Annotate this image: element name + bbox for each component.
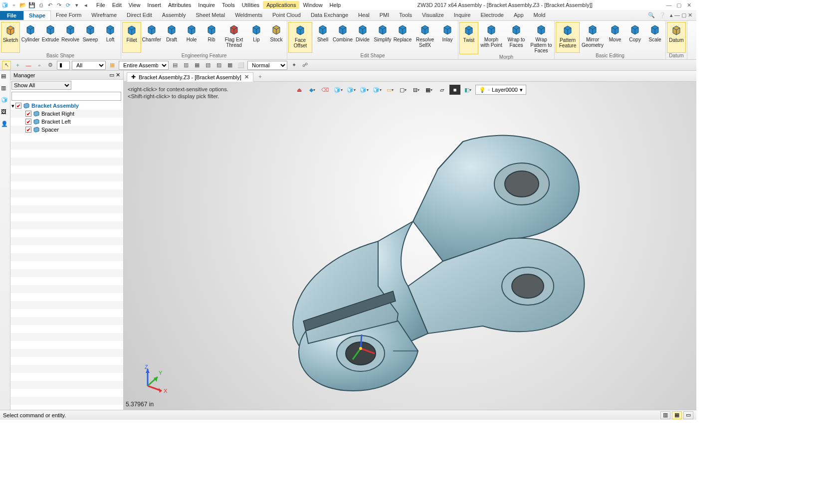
tree-item[interactable]: ✔Bracket Right <box>10 110 123 118</box>
save-icon[interactable]: 💾 <box>28 1 36 9</box>
assembly-icon[interactable]: ▦ <box>108 61 117 70</box>
fb-4[interactable]: ▧ <box>204 61 212 70</box>
mode-select[interactable]: Normal <box>247 61 287 70</box>
tool-sketch[interactable]: Sketch <box>1 22 20 53</box>
tool-shell[interactable]: Shell <box>313 22 332 53</box>
checkbox[interactable]: ✔ <box>25 127 31 133</box>
tool-morph-with-point[interactable]: Morph with Point <box>479 22 503 54</box>
status-btn-2[interactable]: ▦ <box>672 411 682 419</box>
bracket-model[interactable] <box>228 122 608 401</box>
filter1-select[interactable]: All <box>72 61 106 70</box>
checkbox[interactable]: ✔ <box>15 103 21 109</box>
vt-eraser-icon[interactable]: ⌫ <box>320 85 331 95</box>
tool-copy[interactable]: Copy <box>626 22 644 53</box>
help-icon[interactable]: ❔ <box>659 12 666 18</box>
ribbon-tab-assembly[interactable]: Assembly <box>157 10 191 20</box>
menu-file[interactable]: File <box>93 1 109 9</box>
vt-cube3-icon[interactable]: 🧊 <box>359 85 370 95</box>
vt-exit-icon[interactable]: ⏏ <box>294 85 305 95</box>
chevron-down-icon[interactable]: ▾ <box>73 1 81 9</box>
checkbox[interactable]: ✔ <box>25 119 31 125</box>
tool-wrap-pattern-to-faces[interactable]: Wrap Pattern to Faces <box>529 22 553 54</box>
tool-divide[interactable]: Divide <box>353 22 372 53</box>
vt-section-icon[interactable]: ◧ <box>462 85 473 95</box>
fb-2[interactable]: ▥ <box>182 61 191 70</box>
tool-cylinder[interactable]: Cylinder <box>21 22 40 53</box>
tool-replace[interactable]: Replace <box>393 22 412 53</box>
minimize-button[interactable]: — <box>665 2 672 8</box>
menu-edit[interactable]: Edit <box>109 1 125 9</box>
tool-loft[interactable]: Loft <box>101 22 120 53</box>
fb-3[interactable]: ▦ <box>193 61 202 70</box>
history-icon[interactable]: ▥ <box>1 85 9 93</box>
tool-rib[interactable]: Rib <box>202 22 221 53</box>
manager-filter-input[interactable] <box>11 92 121 101</box>
ribbon-tab-wireframe[interactable]: Wireframe <box>86 10 122 20</box>
layer-dropdown[interactable]: 💡 ▫ Layer0000 ▾ <box>475 85 526 95</box>
tool-combine[interactable]: Combine <box>333 22 352 53</box>
vt-grid-icon[interactable]: ▦ <box>423 85 434 95</box>
menu-applications[interactable]: Applications <box>263 1 299 9</box>
ribbon-minimize-button[interactable]: ▴ — ▢ ✕ <box>670 12 692 18</box>
plus-icon[interactable]: ＋ <box>13 61 22 70</box>
vt-cube1-icon[interactable]: 🧊 <box>333 85 344 95</box>
print-icon[interactable]: ⎙ <box>37 1 45 9</box>
maximize-button[interactable]: ▢ <box>675 2 682 8</box>
manager-show-select[interactable]: Show All <box>11 81 71 90</box>
open-icon[interactable]: 📂 <box>19 1 27 9</box>
link-icon[interactable]: ☍ <box>300 61 309 70</box>
ribbon-tab-pmi[interactable]: PMI <box>375 10 395 20</box>
tool-stock[interactable]: Stock <box>267 22 286 53</box>
menu-attributes[interactable]: Attributes <box>165 1 195 9</box>
ribbon-tab-visualize[interactable]: Visualize <box>417 10 449 20</box>
menu-help[interactable]: Help <box>326 1 345 9</box>
filter2-select[interactable]: Entire Assembly <box>119 61 169 70</box>
ribbon-tab-mold[interactable]: Mold <box>529 10 551 20</box>
menu-tools[interactable]: Tools <box>218 1 238 9</box>
vt-cube4-icon[interactable]: 🧊 <box>372 85 383 95</box>
tool-inlay[interactable]: Inlay <box>438 22 457 53</box>
vt-cube2-icon[interactable]: 🧊 <box>346 85 357 95</box>
ribbon-tab-point-cloud[interactable]: Point Cloud <box>267 10 306 20</box>
manager-toggle-icon[interactable]: ▤ <box>1 73 9 81</box>
fb-block[interactable]: ⬜ <box>236 61 245 70</box>
tool-wrap-to-faces[interactable]: Wrap to Faces <box>504 22 528 54</box>
cursor-icon[interactable]: ↖ <box>2 61 11 70</box>
tool-pattern-feature[interactable]: Pattern Feature <box>556 22 580 53</box>
tool-move[interactable]: Move <box>606 22 625 53</box>
ribbon-tab-app[interactable]: App <box>509 10 529 20</box>
refresh-icon[interactable]: ⟳ <box>64 1 72 9</box>
pin-icon[interactable]: ✚ <box>131 74 136 80</box>
menu-inquire[interactable]: Inquire <box>195 1 218 9</box>
vt-window-icon[interactable]: ▢ <box>398 85 409 95</box>
tool-flag-ext-thread[interactable]: Flag Ext Thread <box>222 22 246 53</box>
status-btn-1[interactable]: ▥ <box>660 411 670 419</box>
expand-icon[interactable]: ▾ <box>11 103 14 109</box>
tab-close-icon[interactable]: ✕ <box>244 74 249 80</box>
tree-item[interactable]: ✔Bracket Left <box>10 118 123 126</box>
viewport[interactable]: <right-click> for context-sensitive opti… <box>124 82 696 410</box>
cube-icon[interactable]: ▫ <box>35 61 44 70</box>
status-btn-3[interactable]: ▭ <box>683 411 693 419</box>
vt-shade-icon[interactable]: ◆ <box>307 85 318 95</box>
ribbon-tab-direct-edit[interactable]: Direct Edit <box>122 10 157 20</box>
document-tab-active[interactable]: ✚ Bracket Assembly.Z3 - [Bracket Assembl… <box>127 72 253 82</box>
tool-draft[interactable]: Draft <box>162 22 181 53</box>
undo-icon[interactable]: ↶ <box>46 1 54 9</box>
tool-face-offset[interactable]: Face Offset <box>288 22 312 53</box>
ribbon-tab-data-exchange[interactable]: Data Exchange <box>306 10 353 20</box>
tool-sweep[interactable]: Sweep <box>81 22 100 53</box>
ribbon-tab-shape[interactable]: Shape <box>23 10 51 20</box>
tool-twist[interactable]: Twist <box>459 22 478 54</box>
ribbon-tab-inquire[interactable]: Inquire <box>449 10 476 20</box>
tool-extrude[interactable]: Extrude <box>41 22 60 53</box>
file-tab[interactable]: File <box>0 11 23 20</box>
menu-view[interactable]: View <box>125 1 144 9</box>
tool-simplify[interactable]: Simplify <box>373 22 392 53</box>
ribbon-tab-electrode[interactable]: Electrode <box>475 10 508 20</box>
vt-plane-icon[interactable]: ▭ <box>385 85 396 95</box>
close-button[interactable]: ✕ <box>685 2 692 8</box>
checkbox[interactable]: ✔ <box>25 111 31 117</box>
minus-icon[interactable]: — <box>24 61 33 70</box>
ribbon-tab-weldments[interactable]: Weldments <box>230 10 267 20</box>
